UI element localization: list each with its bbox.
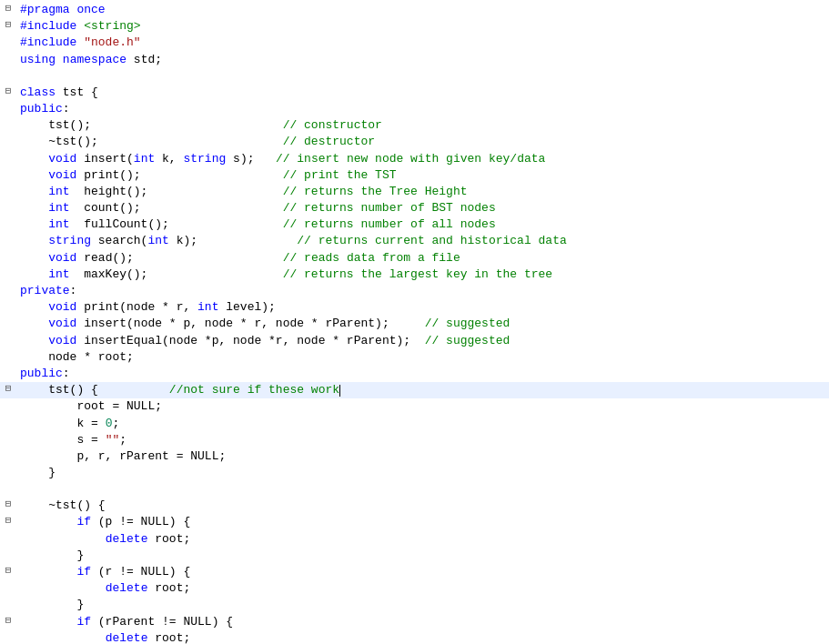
code-line: void read(); // reads data from a file [0, 250, 829, 267]
gutter-icon[interactable]: ⊟ [0, 2, 16, 15]
token-id: p, r, rParent = NULL; [20, 449, 226, 463]
code-line-content: #pragma once [16, 2, 829, 18]
token-include-path: <string> [84, 19, 140, 33]
token-prep: #pragma [20, 3, 76, 16]
code-line: public: [0, 366, 829, 382]
code-line-content: int fullCount(); // returns number of al… [16, 216, 829, 233]
code-line: } [0, 597, 829, 613]
token-comment: // returns number of all nodes [283, 217, 496, 231]
gutter-icon[interactable]: ⊟ [0, 514, 16, 528]
code-line-content: #include <string> [16, 18, 829, 35]
code-line: p, r, rParent = NULL; [0, 448, 829, 465]
token-comment: // returns number of BST nodes [283, 201, 496, 215]
code-line-content: } [16, 597, 829, 613]
token-id: k = [20, 417, 106, 430]
code-line-content: int count(); // returns number of BST no… [16, 200, 829, 216]
token-id: read(); [76, 251, 282, 265]
code-line-content: } [16, 465, 829, 481]
code-editor: ⊟#pragma once⊟#include <string>#include … [0, 0, 829, 644]
code-line-content: int height(); // returns the Tree Height [16, 184, 829, 200]
token-kw: delete [106, 581, 148, 595]
code-line-content: void print(); // print the TST [16, 167, 829, 184]
code-line-content: using namespace std; [16, 52, 829, 68]
code-line-content: tst(); // constructor [16, 117, 829, 134]
token-kw: if [20, 615, 91, 629]
code-line: delete root; [0, 630, 829, 644]
code-line-content: p, r, rParent = NULL; [16, 448, 829, 465]
token-kw: if [20, 515, 91, 528]
token-comment: // returns the largest key in the tree [283, 267, 552, 281]
code-line: string search(int k); // returns current… [0, 233, 829, 249]
code-line-content: void insert(int k, string s); // insert … [16, 151, 829, 167]
token-id: count(); [70, 201, 283, 215]
code-line: delete root; [0, 580, 829, 597]
token-id [20, 532, 106, 546]
gutter-icon[interactable]: ⊟ [0, 85, 16, 98]
gutter-icon[interactable]: ⊟ [0, 382, 16, 396]
gutter-icon[interactable]: ⊟ [0, 18, 16, 32]
token-kw: int [147, 234, 168, 247]
code-line: void insert(node * p, node * r, node * r… [0, 316, 829, 332]
token-comment: // insert new node with given key/data [276, 152, 545, 166]
code-line: root = NULL; [0, 398, 829, 415]
token-id: (p != NULL) { [91, 515, 190, 528]
code-line-content: private: [16, 283, 829, 299]
code-line: tst(); // constructor [0, 117, 829, 134]
code-line-content: root = NULL; [16, 398, 829, 415]
token-comment: // returns current and historical data [297, 234, 566, 247]
token-id [20, 631, 106, 644]
token-prep: #include [20, 35, 84, 49]
code-line: private: [0, 283, 829, 299]
code-line: void print(); // print the TST [0, 167, 829, 184]
gutter-icon[interactable]: ⊟ [0, 498, 16, 511]
token-id: } [20, 548, 84, 562]
code-line: ⊟ if (p != NULL) { [0, 514, 829, 530]
code-line-content: if (rParent != NULL) { [16, 614, 829, 630]
code-line-content: class tst { [16, 85, 829, 101]
token-id [56, 53, 63, 66]
token-kw: int [20, 201, 70, 215]
token-kw: string [183, 152, 226, 166]
code-line: delete root; [0, 531, 829, 548]
token-id: std; [126, 53, 162, 66]
token-id: } [20, 598, 84, 611]
token-kw: int [20, 217, 70, 231]
token-comment: // print the TST [283, 168, 397, 182]
code-line: public: [0, 101, 829, 117]
token-kw: void [20, 152, 76, 166]
gutter-icon[interactable]: ⊟ [0, 564, 16, 578]
code-line-content: void insert(node * p, node * r, node * r… [16, 316, 829, 332]
code-line: ⊟class tst { [0, 85, 829, 101]
code-line: void print(node * r, int level); [0, 299, 829, 316]
token-kw: void [20, 300, 76, 314]
token-id: height(); [70, 185, 283, 198]
token-comment: //not sure if these work [169, 383, 339, 397]
code-line: } [0, 548, 829, 564]
token-id: insert(node * p, node * r, node * rParen… [76, 317, 424, 330]
token-id: ~tst(); [20, 135, 283, 148]
code-line-content: void print(node * r, int level); [16, 299, 829, 316]
code-line [0, 68, 829, 85]
code-line: int count(); // returns number of BST no… [0, 200, 829, 216]
code-line-content: delete root; [16, 580, 829, 597]
token-id: : [63, 367, 70, 380]
code-line: ⊟ ~tst() { [0, 498, 829, 514]
token-prep: #include [20, 19, 84, 33]
token-kw: int [134, 152, 155, 166]
gutter-icon[interactable]: ⊟ [0, 614, 16, 628]
token-kw: void [20, 251, 76, 265]
token-id: maxKey(); [70, 267, 283, 281]
token-kw: string [20, 234, 91, 247]
token-id: search( [91, 234, 147, 247]
token-kw: void [20, 317, 76, 330]
code-line-content: #include "node.h" [16, 35, 829, 51]
code-line: void insert(int k, string s); // insert … [0, 151, 829, 167]
code-line: ⊟ tst() { //not sure if these work [0, 382, 829, 398]
token-id: : [70, 284, 77, 297]
code-line-content: tst() { //not sure if these work [16, 382, 829, 398]
code-line: int fullCount(); // returns number of al… [0, 216, 829, 233]
token-kw: public [20, 367, 63, 380]
token-kw: if [20, 565, 91, 579]
token-id [20, 581, 106, 595]
code-line-content: k = 0; [16, 416, 829, 432]
